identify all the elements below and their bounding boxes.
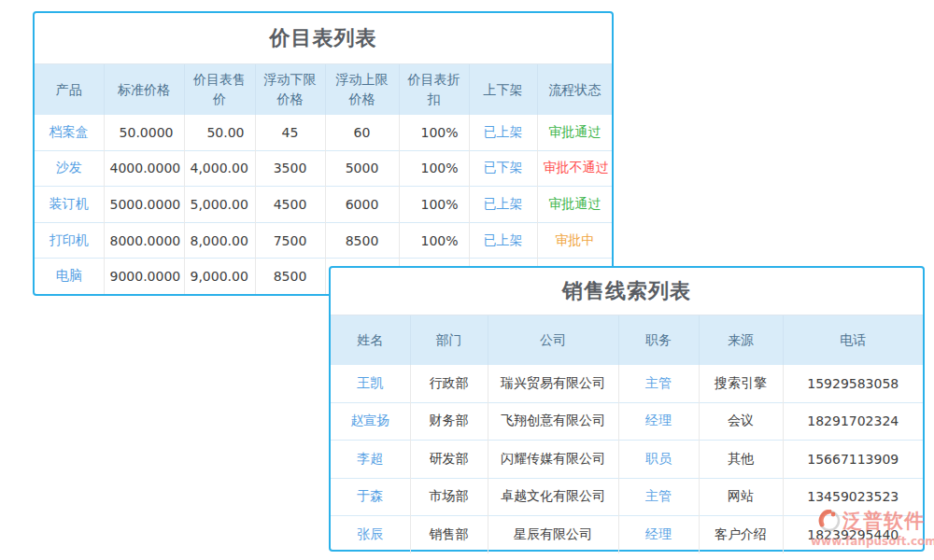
floor-price-cell: 4500 xyxy=(255,187,325,223)
standard-price-cell: 50.0000 xyxy=(104,115,184,151)
standard-price-cell: 4000.0000 xyxy=(104,150,184,187)
col-header-shelf-status: 上下架 xyxy=(469,64,537,115)
col-header-product: 产品 xyxy=(35,64,104,115)
price-list-table: 产品 标准价格 价目表售价 浮动下限价格 浮动上限价格 价目表折扣 上下架 流程… xyxy=(35,63,612,294)
floor-price-cell: 45 xyxy=(255,115,325,151)
col-header-source: 来源 xyxy=(699,315,783,365)
source-cell: 其他 xyxy=(699,441,783,479)
list-price-cell: 5,000.00 xyxy=(184,187,255,223)
ceiling-price-cell: 60 xyxy=(325,115,399,151)
sales-leads-header-row: 姓名 部门 公司 职务 来源 电话 xyxy=(331,315,923,365)
shelf-status-link[interactable]: 已上架 xyxy=(469,187,537,223)
col-header-department: 部门 xyxy=(410,315,488,365)
lead-name-link[interactable]: 李超 xyxy=(331,441,410,479)
position-link[interactable]: 职员 xyxy=(618,441,699,479)
phone-cell: 18239295440 xyxy=(783,516,923,554)
lead-row: 王凯 行政部 瑞兴贸易有限公司 主管 搜索引擎 15929583058 xyxy=(331,365,923,403)
list-price-cell: 50.00 xyxy=(184,115,255,151)
department-cell: 研发部 xyxy=(410,441,488,479)
source-cell: 客户介绍 xyxy=(699,516,783,554)
lead-name-link[interactable]: 王凯 xyxy=(331,365,410,403)
department-cell: 财务部 xyxy=(410,402,488,441)
col-header-position: 职务 xyxy=(618,315,699,365)
col-header-phone: 电话 xyxy=(783,315,923,365)
flow-status-badge: 审批不通过 xyxy=(537,150,612,187)
shelf-status-link[interactable]: 已上架 xyxy=(469,222,537,259)
floor-price-cell: 8500 xyxy=(255,259,325,295)
product-link[interactable]: 打印机 xyxy=(35,222,104,259)
price-list-card: 价目表列表 产品 标准价格 价目表售价 浮动下限价格 浮动上限价格 价目表折扣 … xyxy=(33,11,614,296)
floor-price-cell: 7500 xyxy=(255,222,325,259)
price-table-row: 沙发 4000.0000 4,000.00 3500 5000 100% 已下架… xyxy=(35,150,612,187)
lead-name-link[interactable]: 赵宣扬 xyxy=(331,402,410,441)
lead-row: 于森 市场部 卓越文化有限公司 主管 网站 13459023523 xyxy=(331,478,923,516)
phone-cell: 13459023523 xyxy=(783,478,923,516)
price-table-row: 档案盒 50.0000 50.00 45 60 100% 已上架 审批通过 xyxy=(35,115,612,151)
col-header-name: 姓名 xyxy=(331,315,410,365)
discount-cell: 100% xyxy=(399,115,469,151)
list-price-cell: 9,000.00 xyxy=(184,259,255,295)
lead-row: 李超 研发部 闪耀传媒有限公司 职员 其他 15667113909 xyxy=(331,441,923,479)
lead-row: 赵宣扬 财务部 飞翔创意有限公司 经理 会议 18291702324 xyxy=(331,402,923,441)
company-cell: 星辰有限公司 xyxy=(488,516,618,554)
position-link[interactable]: 主管 xyxy=(618,365,699,403)
col-header-floor-price: 浮动下限价格 xyxy=(255,64,325,115)
standard-price-cell: 8000.0000 xyxy=(104,222,184,259)
col-header-list-price: 价目表售价 xyxy=(184,64,255,115)
product-link[interactable]: 档案盒 xyxy=(35,115,104,151)
floor-price-cell: 3500 xyxy=(255,150,325,187)
product-link[interactable]: 沙发 xyxy=(35,150,104,187)
source-cell: 会议 xyxy=(699,402,783,441)
lead-name-link[interactable]: 于森 xyxy=(331,478,410,516)
col-header-ceiling-price: 浮动上限价格 xyxy=(325,64,399,115)
lead-name-link[interactable]: 张辰 xyxy=(331,516,410,554)
company-cell: 飞翔创意有限公司 xyxy=(488,402,618,441)
sales-leads-card: 销售线索列表 姓名 部门 公司 职务 来源 电话 王凯 行政部 xyxy=(329,266,925,552)
flow-status-badge: 审批通过 xyxy=(537,115,612,151)
col-header-standard-price: 标准价格 xyxy=(104,64,184,115)
list-price-cell: 8,000.00 xyxy=(184,222,255,259)
department-cell: 行政部 xyxy=(410,365,488,403)
shelf-status-link[interactable]: 已下架 xyxy=(469,150,537,187)
product-link[interactable]: 电脑 xyxy=(35,259,104,295)
ceiling-price-cell: 8500 xyxy=(325,222,399,259)
ceiling-price-cell: 6000 xyxy=(325,187,399,223)
sales-leads-table: 姓名 部门 公司 职务 来源 电话 王凯 行政部 瑞兴贸易有限公司 主管 搜索引… xyxy=(331,315,923,553)
discount-cell: 100% xyxy=(399,150,469,187)
flow-status-badge: 审批中 xyxy=(537,222,612,259)
product-link[interactable]: 装订机 xyxy=(35,187,104,223)
source-cell: 搜索引擎 xyxy=(699,365,783,403)
company-cell: 卓越文化有限公司 xyxy=(488,478,618,516)
company-cell: 瑞兴贸易有限公司 xyxy=(488,365,618,403)
position-link[interactable]: 经理 xyxy=(618,516,699,554)
phone-cell: 15667113909 xyxy=(783,441,923,479)
lead-row: 张辰 销售部 星辰有限公司 经理 客户介绍 18239295440 xyxy=(331,516,923,554)
col-header-flow-status: 流程状态 xyxy=(537,64,612,115)
discount-cell: 100% xyxy=(399,222,469,259)
department-cell: 销售部 xyxy=(410,516,488,554)
phone-cell: 15929583058 xyxy=(783,365,923,403)
price-list-header-row: 产品 标准价格 价目表售价 浮动下限价格 浮动上限价格 价目表折扣 上下架 流程… xyxy=(35,64,612,115)
source-cell: 网站 xyxy=(699,478,783,516)
col-header-discount: 价目表折扣 xyxy=(399,64,469,115)
standard-price-cell: 9000.0000 xyxy=(104,259,184,295)
ceiling-price-cell: 5000 xyxy=(325,150,399,187)
shelf-status-link[interactable]: 已上架 xyxy=(469,115,537,151)
list-price-cell: 4,000.00 xyxy=(184,150,255,187)
standard-price-cell: 5000.0000 xyxy=(104,187,184,223)
sales-leads-title: 销售线索列表 xyxy=(331,268,923,315)
price-list-title: 价目表列表 xyxy=(35,13,612,63)
discount-cell: 100% xyxy=(399,187,469,223)
department-cell: 市场部 xyxy=(410,478,488,516)
company-cell: 闪耀传媒有限公司 xyxy=(488,441,618,479)
position-link[interactable]: 经理 xyxy=(618,402,699,441)
position-link[interactable]: 主管 xyxy=(618,478,699,516)
price-table-row: 装订机 5000.0000 5,000.00 4500 6000 100% 已上… xyxy=(35,187,612,223)
flow-status-badge: 审批通过 xyxy=(537,187,612,223)
page-background: 价目表列表 产品 标准价格 价目表售价 浮动下限价格 浮动上限价格 价目表折扣 … xyxy=(0,0,934,560)
phone-cell: 18291702324 xyxy=(783,402,923,441)
price-table-row: 打印机 8000.0000 8,000.00 7500 8500 100% 已上… xyxy=(35,222,612,259)
col-header-company: 公司 xyxy=(488,315,618,365)
